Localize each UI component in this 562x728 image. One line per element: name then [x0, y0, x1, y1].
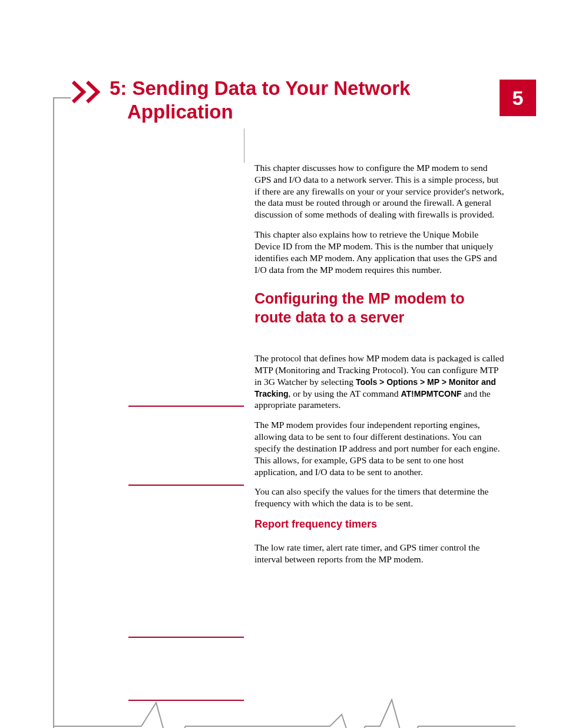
content-column: This chapter discusses how to configure … [254, 162, 504, 574]
section1-paragraph-3: You can also specify the values for the … [254, 486, 504, 509]
section1-paragraph-1: The protocol that defines how MP modem d… [254, 353, 504, 411]
margin-blank-line [128, 637, 244, 638]
intro-paragraph-1: This chapter discusses how to configure … [254, 162, 504, 220]
at-command-text: AT!MPMTCONF [401, 389, 461, 398]
vertical-rule-left [53, 97, 54, 728]
chapter-title-line2: Application [110, 100, 492, 124]
section1-paragraph-2: The MP modem provides four independent r… [254, 419, 504, 477]
margin-blank-line [128, 485, 244, 486]
section2-paragraph-1: The low rate timer, alert rate timer, an… [254, 542, 504, 565]
text-run: , or by using the AT command [289, 388, 401, 398]
chapter-title: 5: Sending Data to Your Network Applicat… [110, 77, 492, 123]
vertical-rule-mid [244, 129, 244, 163]
chapter-tab-number: 5 [513, 87, 524, 110]
section-heading-configuring: Configuring the MP modem to route data t… [254, 289, 504, 327]
chapter-tab: 5 [500, 80, 536, 116]
header-rule-left [53, 97, 71, 98]
page-root: 5 5: Sending Data to Your Network Applic… [0, 0, 562, 728]
chapter-title-line1: 5: Sending Data to Your Network [110, 77, 492, 100]
margin-blank-line [128, 406, 244, 407]
intro-paragraph-2: This chapter also explains how to retrie… [254, 229, 504, 275]
footer-waveform-icon [53, 691, 515, 728]
double-chevron-icon [71, 80, 107, 104]
subsection-heading-timers: Report frequency timers [254, 518, 504, 531]
